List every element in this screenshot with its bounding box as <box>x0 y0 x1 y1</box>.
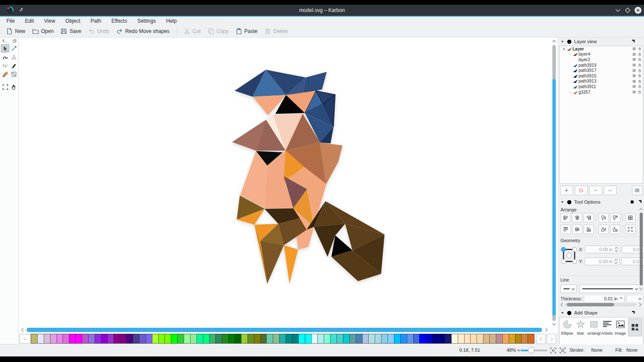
palette-swatch[interactable] <box>464 334 471 344</box>
shape-artistic[interactable]: Artistic <box>600 318 614 344</box>
align-top-button[interactable] <box>561 225 571 234</box>
panel-collapse-icon[interactable] <box>561 200 564 204</box>
palette-prev-button[interactable] <box>536 334 546 344</box>
palette-swatch[interactable] <box>375 334 382 344</box>
palette-swatch[interactable] <box>337 334 343 344</box>
palette-next-button[interactable] <box>547 334 556 344</box>
minimize-button[interactable] <box>614 6 622 14</box>
palette-swatch[interactable] <box>57 334 63 344</box>
menu-object[interactable]: Object <box>60 17 86 25</box>
palette-swatch[interactable] <box>133 334 140 344</box>
line-cap-select[interactable] <box>561 285 577 293</box>
palette-swatch[interactable] <box>203 334 210 344</box>
panel-collapse-icon[interactable] <box>561 40 564 44</box>
palette-swatch[interactable] <box>247 334 254 344</box>
vscroll-track-bottom[interactable] <box>552 315 556 321</box>
palette-swatch[interactable] <box>356 334 363 344</box>
layer-row-path3911[interactable]: path3911 <box>560 84 643 89</box>
raise-layer-button[interactable] <box>589 186 602 195</box>
palette-swatch[interactable] <box>419 334 426 344</box>
palette-swatch[interactable] <box>489 334 496 344</box>
palette-swatch[interactable] <box>44 334 51 344</box>
palette-swatch[interactable] <box>349 334 356 344</box>
align-left-button[interactable] <box>561 213 571 223</box>
palette-swatch[interactable] <box>515 334 522 344</box>
palette-swatch[interactable] <box>305 334 312 344</box>
zoom-select[interactable]: 48% <box>507 347 521 353</box>
pattern-tool[interactable] <box>9 70 18 78</box>
palette-swatch[interactable] <box>445 334 452 344</box>
palette-swatch[interactable] <box>75 334 82 344</box>
palette-swatch[interactable] <box>126 334 133 344</box>
palette-swatch[interactable] <box>82 334 89 344</box>
shape-ellipse[interactable]: Ellipse <box>561 318 574 344</box>
tool-options-vscroll-thumb[interactable] <box>640 213 643 285</box>
palette-swatch[interactable] <box>215 334 222 344</box>
palette-swatch[interactable] <box>458 334 465 344</box>
visibility-icon[interactable] <box>632 52 636 56</box>
visibility-icon[interactable] <box>632 57 636 62</box>
palette-swatch[interactable] <box>184 334 191 344</box>
zoom-to-selection-icon[interactable] <box>550 347 557 354</box>
lock-icon[interactable] <box>638 84 642 89</box>
palette-swatch[interactable] <box>330 334 337 344</box>
x-input[interactable]: 0.00 in <box>585 246 620 253</box>
figure-polygon[interactable] <box>303 72 327 93</box>
visibility-icon[interactable] <box>632 74 636 78</box>
palette-swatch[interactable] <box>400 334 407 344</box>
visibility-icon[interactable] <box>632 90 636 94</box>
select-tool[interactable] <box>1 44 9 53</box>
delete-button[interactable]: Delete <box>261 26 292 36</box>
palette-swatch[interactable] <box>209 334 216 344</box>
palette-dropdown-button[interactable] <box>20 334 30 344</box>
tool-options-scroll-up-icon[interactable] <box>639 208 643 211</box>
zoom-to-page-icon[interactable] <box>559 347 566 354</box>
lock-icon[interactable] <box>638 57 642 62</box>
menu-file[interactable]: File <box>1 17 20 25</box>
titlebar[interactable]: model.svg – Karbon <box>0 5 644 16</box>
shape-collection-button[interactable] <box>628 318 642 336</box>
palette-swatch[interactable] <box>394 334 401 344</box>
palette-swatch[interactable] <box>413 334 420 344</box>
lock-icon[interactable] <box>638 63 642 67</box>
palette-swatch[interactable] <box>496 334 503 344</box>
palette-swatch[interactable] <box>407 334 414 344</box>
pencil-tool[interactable] <box>9 44 18 53</box>
lock-icon[interactable] <box>638 68 642 73</box>
palette-swatch[interactable] <box>158 334 165 344</box>
palette-swatch[interactable] <box>107 334 114 344</box>
add-layer-button[interactable] <box>560 186 573 195</box>
canvas[interactable] <box>19 38 558 326</box>
palette-swatch[interactable] <box>266 334 273 344</box>
palette-swatch[interactable] <box>343 334 350 344</box>
anchor-point-selector[interactable] <box>561 246 578 266</box>
visibility-icon[interactable] <box>632 68 636 73</box>
palette-swatch[interactable] <box>228 334 235 344</box>
lock-icon[interactable] <box>638 47 642 51</box>
view-mode-button[interactable] <box>632 186 642 195</box>
palette-swatch[interactable] <box>241 334 248 344</box>
vscroll-track[interactable] <box>552 45 556 80</box>
open-button[interactable]: Open <box>29 26 57 36</box>
palette-swatch[interactable] <box>317 334 324 344</box>
palette-swatch[interactable] <box>113 334 120 344</box>
close-panel-icon[interactable] <box>638 39 642 44</box>
layer-row-path3919[interactable]: path3919 <box>560 62 643 68</box>
palette-swatch[interactable] <box>362 334 369 344</box>
visibility-icon[interactable] <box>632 63 636 67</box>
palette-swatch[interactable] <box>146 334 152 344</box>
palette-swatch[interactable] <box>164 334 171 344</box>
palette-swatch[interactable] <box>235 334 242 344</box>
palette-swatch[interactable] <box>197 334 203 344</box>
lock-icon[interactable] <box>638 79 642 83</box>
palette-swatch[interactable] <box>286 334 292 344</box>
visibility-icon[interactable] <box>632 47 636 51</box>
palette-swatch[interactable] <box>298 334 305 344</box>
line-join-select[interactable] <box>626 296 644 302</box>
palette-swatch[interactable] <box>222 334 229 344</box>
palette-swatch[interactable] <box>324 334 331 344</box>
palette-swatch[interactable] <box>311 334 318 344</box>
figure-polygon[interactable] <box>284 245 298 284</box>
palette-swatch[interactable] <box>521 334 528 344</box>
palette-swatch[interactable] <box>37 334 44 344</box>
